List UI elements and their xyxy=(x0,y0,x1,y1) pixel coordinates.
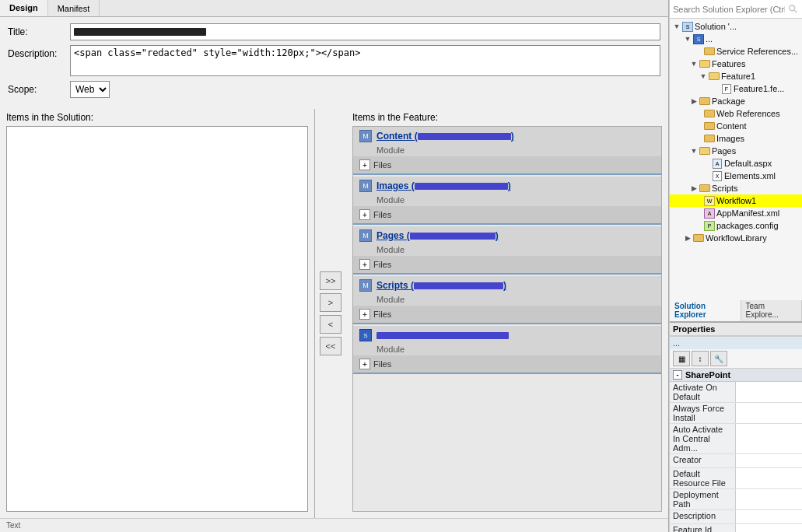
tree-appmanifest[interactable]: A AppManifest.xml xyxy=(670,207,802,219)
sp-project-icon: S xyxy=(693,33,704,44)
feature-header-images[interactable]: M Images () xyxy=(353,177,661,195)
feature-items-list[interactable]: M Content () Module + Files M Images () xyxy=(352,126,662,512)
tree-workflow1[interactable]: W Workflow1 xyxy=(670,194,802,207)
add-one-button[interactable]: > xyxy=(320,293,341,312)
tree-packages-config[interactable]: P packages.config xyxy=(670,219,802,232)
tree-solution[interactable]: ▼ S Solution '... xyxy=(670,20,802,33)
prop-value-auto-activate[interactable] xyxy=(736,424,802,453)
prop-name-feature-id: Feature Id xyxy=(670,524,736,532)
prop-value-creator[interactable] xyxy=(736,454,802,467)
title-input[interactable] xyxy=(70,23,660,40)
tree-package[interactable]: ▶ Package xyxy=(670,95,802,107)
appmanifest-label: AppManifest.xml xyxy=(716,208,779,218)
feature1-file-label: Feature1.fe... xyxy=(734,84,784,93)
prop-row-auto-activate: Auto Activate In Central Adm... xyxy=(670,424,802,454)
pages-files-row[interactable]: + Files xyxy=(353,256,661,273)
scripts-folder-label: Scripts xyxy=(712,184,738,193)
prop-value-activate[interactable] xyxy=(736,382,802,402)
add-all-button[interactable]: >> xyxy=(320,271,341,290)
scope-label: Scope: xyxy=(8,81,70,95)
sidebar-tab-team-explorer[interactable]: Team Explore... xyxy=(741,300,802,321)
sidebar-tab-solution-explorer[interactable]: Solution Explorer xyxy=(670,300,741,321)
tree-workflow-library[interactable]: ▶ WorkflowLibrary xyxy=(670,232,802,244)
tree-default-aspx[interactable]: A Default.aspx xyxy=(670,157,802,170)
prop-name-description: Description xyxy=(670,510,736,523)
search-input[interactable] xyxy=(673,5,785,14)
remove-one-button[interactable]: < xyxy=(320,315,341,334)
sp-files-label: Files xyxy=(373,359,391,369)
pages-expand: ▼ xyxy=(688,145,699,156)
prop-value-feature-id[interactable] xyxy=(736,524,802,532)
tab-design[interactable]: Design xyxy=(0,0,48,16)
scripts-files-label: Files xyxy=(373,310,391,319)
scripts-files-expand[interactable]: + xyxy=(359,309,370,320)
feature1-label: Feature1 xyxy=(721,72,755,81)
sp-files-expand[interactable]: + xyxy=(359,359,370,369)
pages-files-label: Files xyxy=(373,260,391,269)
sp-files-row[interactable]: + Files xyxy=(353,355,661,373)
tree-service-refs[interactable]: Service References... xyxy=(670,45,802,58)
tree-feature1-file[interactable]: F Feature1.fe... xyxy=(670,82,802,95)
pages-folder-label: Pages xyxy=(712,146,736,156)
prop-row-activate: Activate On Default xyxy=(670,382,802,403)
service-refs-label: Service References... xyxy=(716,47,798,56)
description-input[interactable]: <span class="redacted" style="width:120p… xyxy=(70,45,660,76)
remove-all-button[interactable]: << xyxy=(320,337,341,355)
scripts-icon: M xyxy=(359,279,372,292)
tree-web-refs[interactable]: Web References xyxy=(670,107,802,120)
props-wrench-btn[interactable]: 🔧 xyxy=(710,351,727,366)
solution-items-list[interactable] xyxy=(6,126,308,512)
tree-content[interactable]: Content xyxy=(670,120,802,132)
tree-sp-project[interactable]: ▼ S ... xyxy=(670,33,802,45)
solution-expand-icon: ▼ xyxy=(671,21,682,32)
feature1-file-icon: F xyxy=(721,83,732,94)
prop-row-force-install: Always Force Install xyxy=(670,403,802,424)
service-refs-expand xyxy=(693,46,704,57)
sidebar-tabs: Solution Explorer Team Explore... xyxy=(670,300,802,322)
prop-value-deployment-path[interactable] xyxy=(736,489,802,509)
title-row: Title: xyxy=(8,23,660,40)
feature-header-scripts[interactable]: M Scripts () xyxy=(353,276,661,295)
tree-pages[interactable]: ▼ Pages xyxy=(670,145,802,157)
web-refs-icon xyxy=(704,108,715,119)
tree-images[interactable]: Images xyxy=(670,132,802,145)
solution-icon: S xyxy=(682,21,693,32)
prop-value-description[interactable] xyxy=(736,510,802,523)
sp-icon: S xyxy=(359,329,372,341)
scripts-files-row[interactable]: + Files xyxy=(353,306,661,323)
pages-files-expand[interactable]: + xyxy=(359,259,370,270)
tree-feature1[interactable]: ▼ Feature1 xyxy=(670,70,802,82)
scripts-expand: ▶ xyxy=(688,183,699,194)
props-sort-btn[interactable]: ↕ xyxy=(692,351,709,366)
images-folder-label: Images xyxy=(716,134,744,143)
props-grid-btn[interactable]: ▦ xyxy=(673,351,690,366)
bottom-bar: Text xyxy=(0,518,668,532)
prop-value-force-install[interactable] xyxy=(736,403,802,423)
description-row: Description: <span class="redacted" styl… xyxy=(8,45,660,76)
content-files-expand[interactable]: + xyxy=(359,159,370,170)
feature-header-pages[interactable]: M Pages () xyxy=(353,226,661,245)
images-title: Images () xyxy=(376,180,511,191)
content-files-row[interactable]: + Files xyxy=(353,156,661,173)
images-folder-icon xyxy=(704,133,715,144)
bottom-text: Text xyxy=(6,521,20,530)
images-files-expand[interactable]: + xyxy=(359,209,370,220)
images-files-row[interactable]: + Files xyxy=(353,206,661,223)
images-files-label: Files xyxy=(373,210,391,219)
properties-panel: Properties ... ▦ ↕ 🔧 - SharePoint Activa… xyxy=(670,322,802,532)
tree-features[interactable]: ▼ Features xyxy=(670,58,802,70)
feature-header-content[interactable]: M Content () xyxy=(353,127,661,145)
prop-value-default-resource[interactable] xyxy=(736,468,802,488)
default-aspx-expand xyxy=(701,158,712,169)
tab-manifest[interactable]: Manifest xyxy=(48,0,100,16)
workflow-library-icon xyxy=(693,233,704,243)
section-expand-icon[interactable]: - xyxy=(673,370,682,380)
feature1-icon xyxy=(709,71,720,82)
tree-scripts[interactable]: ▶ Scripts xyxy=(670,182,802,194)
feature-header-sp[interactable]: S xyxy=(353,326,661,345)
scope-select[interactable]: Web xyxy=(70,81,110,98)
tree-elements-xml[interactable]: X Elements.xml xyxy=(670,170,802,182)
sp-project-label: ... xyxy=(706,34,713,44)
prop-name-deployment-path: Deployment Path xyxy=(670,489,736,509)
content-subtitle: Module xyxy=(353,145,661,156)
